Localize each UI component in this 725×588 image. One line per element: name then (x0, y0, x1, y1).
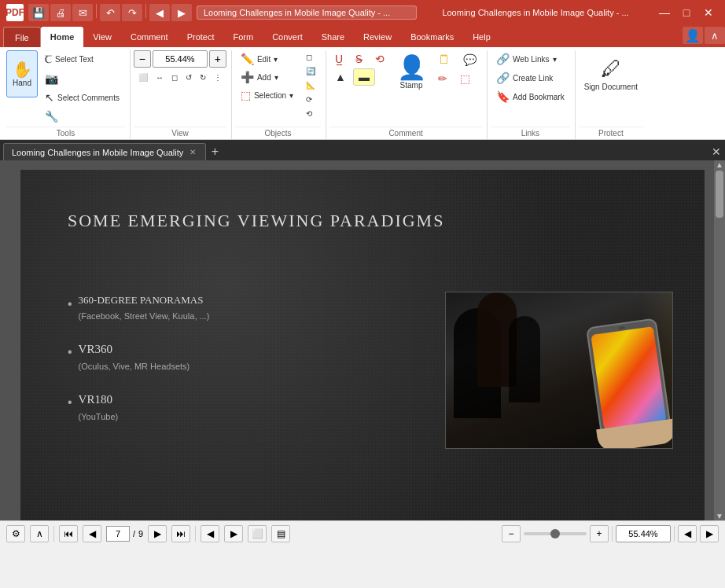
scroll-left-btn[interactable]: ◀ (678, 525, 697, 542)
fit-width-btn[interactable]: ↔ (153, 71, 167, 84)
underline-btn[interactable]: U̲ (329, 50, 348, 68)
comment-items: U̲ S̶ ⟲ ▲ ▬ 👤 Stamp (329, 50, 482, 125)
maximize-btn[interactable]: □ (676, 4, 697, 21)
speech-btn[interactable]: 💬 (458, 50, 482, 69)
nav-last-btn[interactable]: ⏭ (171, 525, 190, 542)
pan-left-btn[interactable]: ◀ (201, 525, 219, 542)
pan-right-btn[interactable]: ▶ (224, 525, 243, 542)
tools-extra-btn[interactable]: 🔧 (39, 108, 125, 125)
tab-share[interactable]: Share (312, 27, 354, 47)
nav-forward-btn[interactable]: ▶ (171, 4, 192, 21)
nav-back-btn[interactable]: ◀ (149, 4, 170, 21)
zoom-in-ribbon-btn[interactable]: + (209, 50, 226, 68)
nav-prev-btn[interactable]: ◀ (83, 525, 101, 542)
email-quick-btn[interactable]: ✉ (72, 4, 93, 21)
replace-text-btn[interactable]: ⟲ (370, 50, 390, 68)
print-quick-btn[interactable]: 🖨 (50, 4, 71, 21)
scrollbar-thumb[interactable] (716, 171, 723, 218)
tab-view[interactable]: View (83, 27, 121, 47)
slide-image (445, 292, 673, 449)
protect-items: 🖊 Sign Document (579, 50, 643, 125)
draw-sel-btn[interactable]: ⬚ (455, 70, 476, 87)
minimize-btn[interactable]: — (654, 4, 675, 21)
create-link-btn[interactable]: 🔗 Create Link (491, 69, 570, 86)
zoom-slider-thumb[interactable] (550, 529, 560, 538)
page-display: / 9 (106, 526, 143, 542)
highlight-btn[interactable]: ▬ (353, 68, 375, 86)
nav-next-btn[interactable]: ▶ (148, 525, 167, 542)
close-btn[interactable]: ✕ (698, 4, 719, 21)
selection-btn[interactable]: ⬚ Selection ▾ (235, 86, 299, 104)
scroll-up-btn[interactable]: ▲ (714, 160, 725, 169)
select-text-btn[interactable]: Ꞇ Select Text (39, 50, 125, 68)
rotate-ccw-btn[interactable]: ↺ (182, 71, 195, 84)
zoom-input[interactable] (153, 50, 208, 68)
obj-btn4[interactable]: ⟳ (300, 93, 321, 106)
objects-items: ✏️ Edit ▾ ➕ Add ▾ ⬚ Selection ▾ (235, 50, 321, 125)
doc-tab-close-btn[interactable]: ✕ (188, 148, 197, 156)
redo-btn[interactable]: ↷ (122, 4, 142, 21)
web-links-btn[interactable]: 🔗 Web Links ▾ (491, 50, 570, 68)
other-view-btn[interactable]: ▤ (271, 525, 290, 542)
draw-btn[interactable]: ✏ (432, 70, 453, 87)
insert-text-btn[interactable]: ▲ (329, 68, 351, 86)
nav-first-btn[interactable]: ⏮ (59, 525, 78, 542)
tab-form[interactable]: Form (224, 27, 263, 47)
vertical-scrollbar[interactable]: ▲ ▼ (714, 160, 725, 520)
tab-bookmarks[interactable]: Bookmarks (401, 27, 463, 47)
new-tab-btn[interactable]: + (206, 143, 223, 160)
edit-btn[interactable]: ✏️ Edit ▾ (235, 50, 299, 68)
separator-1 (53, 526, 54, 542)
snapshot-btn[interactable]: 📷 (39, 70, 125, 87)
tab-review[interactable]: Review (354, 27, 401, 47)
tab-home[interactable]: Home (41, 27, 84, 47)
tools-group: ✋ Hand Ꞇ Select Text 📷 ↖ Select Comments (3, 50, 131, 139)
save-quick-btn[interactable]: 💾 (28, 4, 49, 21)
stamp-btn[interactable]: 👤 Stamp (392, 50, 431, 92)
zoom-out-ribbon-btn[interactable]: − (134, 50, 151, 68)
fit-window-btn[interactable]: ⬜ (248, 525, 267, 542)
objects-group: ✏️ Edit ▾ ➕ Add ▾ ⬚ Selection ▾ (232, 50, 326, 139)
doc-tab-label: Looming Challenges in Mobile Image Quali… (12, 148, 183, 157)
rotate-cw-btn[interactable]: ↻ (197, 71, 209, 84)
tab-file[interactable]: File (3, 27, 41, 47)
obj-btn3[interactable]: 📐 (300, 79, 321, 92)
add-btn[interactable]: ➕ Add ▾ (235, 68, 299, 86)
status-bar-left: ⚙ ∧ ⏮ ◀ / 9 ▶ ⏭ ◀ ▶ ⬜ ▤ (6, 525, 290, 542)
address-bar[interactable]: Looming Challenges in Mobile Image Quali… (197, 6, 417, 20)
fit-page-btn[interactable]: ⬜ (135, 71, 151, 84)
actual-size-btn[interactable]: ◻ (168, 71, 181, 84)
note-btn[interactable]: 🗒 (432, 50, 456, 69)
strikeout-btn[interactable]: S̶ (350, 50, 368, 68)
close-tab-area-btn[interactable]: ✕ (708, 143, 725, 160)
settings-btn[interactable]: ⚙ (6, 525, 25, 542)
zoom-slider[interactable] (524, 532, 587, 535)
hand-tool-btn[interactable]: ✋ Hand (6, 50, 38, 97)
document-tabs: Looming Challenges in Mobile Image Quali… (0, 140, 725, 160)
obj-btn2[interactable]: 🔄 (300, 64, 321, 78)
tab-help[interactable]: Help (463, 27, 500, 47)
sign-document-btn[interactable]: 🖊 Sign Document (579, 50, 643, 97)
tab-comment[interactable]: Comment (121, 27, 178, 47)
ribbon-extra-btn[interactable]: 👤 (683, 27, 703, 44)
title-bar: PDF 💾 🖨 ✉ ↶ ↷ ◀ ▶ Looming Challenges in … (0, 0, 725, 25)
scroll-right-btn[interactable]: ▶ (700, 525, 719, 542)
select-comments-btn[interactable]: ↖ Select Comments (39, 89, 125, 106)
scroll-down-btn[interactable]: ▼ (714, 512, 725, 520)
view-group-label: View (134, 127, 226, 139)
page-number-input[interactable] (106, 526, 130, 542)
zoom-out-status-btn[interactable]: − (502, 525, 521, 542)
zoom-value-status[interactable] (616, 525, 671, 542)
ribbon-collapse-btn[interactable]: ∧ (705, 27, 725, 44)
zoom-in-status-btn[interactable]: + (590, 525, 609, 542)
tab-protect[interactable]: Protect (178, 27, 224, 47)
tab-convert[interactable]: Convert (263, 27, 312, 47)
undo-btn[interactable]: ↶ (100, 4, 120, 21)
doc-tab-0[interactable]: Looming Challenges in Mobile Image Quali… (3, 143, 206, 160)
expand-btn[interactable]: ∧ (30, 525, 49, 542)
add-bookmark-btn[interactable]: 🔖 Add Bookmark (491, 88, 570, 105)
obj-btn1[interactable]: ◻ (300, 50, 321, 64)
view-extra-btn[interactable]: ⋮ (211, 71, 225, 84)
obj-btn5[interactable]: ⟲ (300, 107, 321, 120)
bullet-main-1: VR360 (79, 340, 190, 360)
